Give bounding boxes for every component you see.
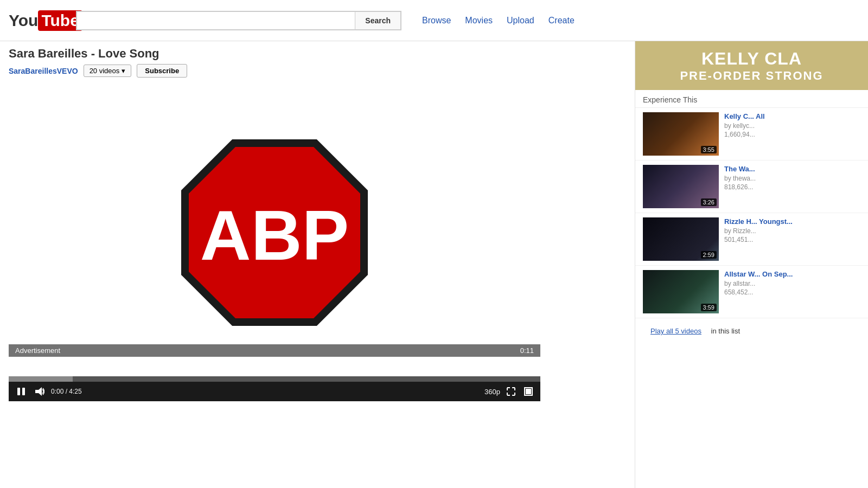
svg-text:ABP: ABP: [200, 196, 349, 275]
search-input[interactable]: [76, 11, 355, 30]
video-views: 658,452...: [724, 288, 860, 296]
video-duration: 3:55: [701, 146, 717, 153]
create-button[interactable]: Create: [543, 12, 580, 29]
browse-button[interactable]: Browse: [417, 12, 456, 29]
nav-buttons: Browse Movies Upload Create: [417, 12, 580, 29]
play-all-suffix: in this list: [711, 327, 740, 335]
right-controls: 360p: [484, 386, 535, 397]
sidebar-video-item[interactable]: 2:59 Rizzle H... Youngst... by Rizzle...…: [635, 213, 868, 266]
ad-label-text: Advertisement: [15, 346, 60, 355]
video-player-screen[interactable]: ABP Advertisement 0:11: [9, 83, 540, 382]
video-views: 1,660,94...: [724, 131, 860, 138]
video-channel: by allstar...: [724, 280, 860, 287]
video-title-link[interactable]: Rizzle H... Youngst...: [724, 217, 860, 226]
video-views: 501,451...: [724, 236, 860, 243]
svg-rect-6: [526, 389, 531, 394]
time-display: 0:00 / 4:25: [51, 388, 82, 395]
quality-button[interactable]: 360p: [484, 388, 500, 396]
video-player-wrapper: ABP Advertisement 0:11: [9, 83, 540, 401]
sidebar-ad-title: KELLY CLA: [701, 49, 802, 69]
channel-row: SaraBareillesVEVO 20 videos ▾ Subscribe: [9, 64, 626, 78]
video-count-button[interactable]: 20 videos ▾: [84, 65, 132, 77]
experience-label: Experience This: [635, 90, 868, 108]
subscribe-button[interactable]: Subscribe: [137, 64, 187, 78]
video-title-link[interactable]: Allstar W... On Sep...: [724, 270, 860, 278]
video-thumbnail: 3:26: [643, 165, 719, 208]
video-channel: by Rizzle...: [724, 227, 860, 235]
ad-label-bar: Advertisement 0:11: [9, 344, 540, 357]
sidebar: KELLY CLA PRE-ORDER STRONG Experience Th…: [635, 41, 868, 488]
upload-button[interactable]: Upload: [501, 12, 540, 29]
video-title-link[interactable]: The Wa...: [724, 165, 860, 173]
video-title-link[interactable]: Kelly C... All: [724, 112, 860, 120]
video-duration: 3:26: [701, 198, 717, 206]
sidebar-ad[interactable]: KELLY CLA PRE-ORDER STRONG: [635, 41, 868, 90]
video-duration: 2:59: [701, 251, 717, 259]
svg-marker-4: [35, 387, 42, 396]
video-channel: by thewa...: [724, 175, 860, 182]
ad-time-text: 0:11: [520, 346, 534, 355]
expand-button[interactable]: [505, 386, 518, 397]
svg-rect-2: [17, 388, 20, 395]
video-duration: 3:59: [701, 304, 717, 311]
fullscreen-button[interactable]: [522, 386, 535, 397]
progress-buffer: [9, 376, 73, 382]
play-all-row: Play all 5 videos in this list: [635, 318, 868, 344]
video-info: Allstar W... On Sep... by allstar... 658…: [724, 270, 860, 313]
svg-rect-3: [22, 388, 25, 395]
search-area: Search: [76, 11, 401, 30]
volume-button[interactable]: [33, 386, 47, 397]
movies-button[interactable]: Movies: [459, 12, 498, 29]
sidebar-video-item[interactable]: 3:26 The Wa... by thewa... 818,626...: [635, 160, 868, 213]
youtube-logo[interactable]: You Tube: [9, 8, 63, 33]
search-button[interactable]: Search: [355, 11, 401, 30]
sidebar-video-item[interactable]: 3:55 Kelly C... All by kellyc... 1,660,9…: [635, 108, 868, 160]
pause-button[interactable]: [14, 386, 28, 397]
chevron-down-icon: ▾: [122, 67, 125, 75]
video-views: 818,626...: [724, 183, 860, 191]
video-thumbnail: 2:59: [643, 217, 719, 261]
video-info: The Wa... by thewa... 818,626...: [724, 165, 860, 208]
video-info: Rizzle H... Youngst... by Rizzle... 501,…: [724, 217, 860, 261]
video-thumbnail: 3:55: [643, 112, 719, 156]
logo-area[interactable]: You Tube: [9, 8, 63, 33]
video-channel: by kellyc...: [724, 122, 860, 130]
video-thumbnail: 3:59: [643, 270, 719, 313]
video-title: Sara Bareilles - Love Song: [9, 47, 626, 61]
content-area: Sara Bareilles - Love Song SaraBareilles…: [0, 41, 635, 488]
sidebar-ad-subtitle: PRE-ORDER STRONG: [680, 69, 823, 83]
video-count-label: 20 videos: [90, 67, 120, 75]
sidebar-video-item[interactable]: 3:59 Allstar W... On Sep... by allstar..…: [635, 266, 868, 318]
play-all-link[interactable]: Play all 5 videos: [643, 323, 709, 339]
abp-logo: ABP: [177, 135, 372, 330]
header: You Tube Search Browse Movies Upload Cre…: [0, 0, 868, 41]
progress-bar[interactable]: [9, 376, 540, 382]
main-layout: Sara Bareilles - Love Song SaraBareilles…: [0, 41, 868, 488]
logo-you: You: [9, 11, 38, 30]
channel-name[interactable]: SaraBareillesVEVO: [9, 67, 78, 75]
video-info: Kelly C... All by kellyc... 1,660,94...: [724, 112, 860, 156]
video-controls-bar: 0:00 / 4:25 360p: [9, 382, 540, 401]
